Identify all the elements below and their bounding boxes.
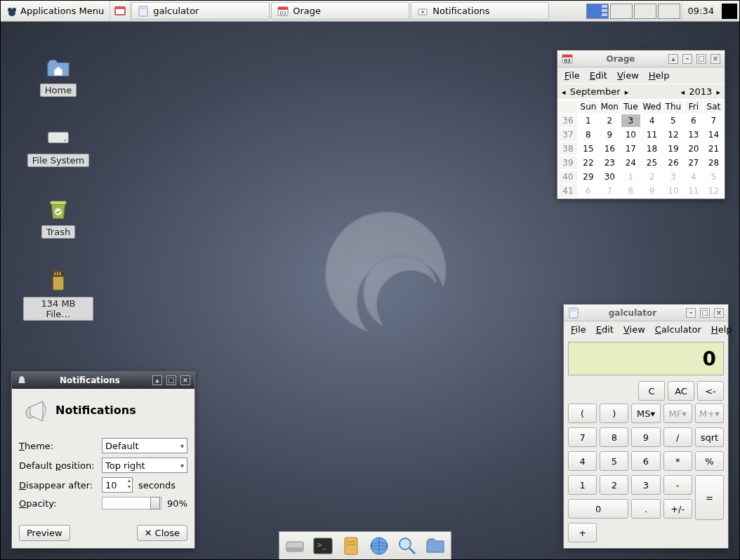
window-close-button[interactable]: ×: [180, 375, 190, 385]
cal-day[interactable]: 7: [704, 114, 723, 127]
show-desktop-button[interactable]: [110, 1, 131, 21]
cal-day[interactable]: 24: [621, 156, 640, 169]
galculator-titlebar[interactable]: galculator – □ ×: [564, 305, 728, 321]
dock-terminal[interactable]: >_: [312, 535, 334, 557]
cal-day[interactable]: 29: [579, 171, 598, 183]
cal-day[interactable]: 5: [704, 171, 723, 183]
cal-day[interactable]: 10: [663, 185, 683, 197]
desktop-icon-media[interactable]: 134 MB File…: [23, 267, 93, 321]
cal-day[interactable]: 19: [663, 142, 683, 155]
window-close-button[interactable]: ×: [714, 308, 724, 318]
cal-day[interactable]: 2: [600, 114, 620, 127]
cal-day[interactable]: 15: [579, 142, 598, 155]
window-shade-button[interactable]: ▴: [152, 375, 162, 385]
menu-view[interactable]: View: [613, 69, 643, 82]
desktop-icon-filesystem[interactable]: File System: [23, 124, 93, 167]
cal-day[interactable]: 12: [663, 128, 683, 141]
calc-backspace-button[interactable]: <-: [697, 381, 724, 401]
window-maximize-button[interactable]: □: [696, 54, 706, 64]
cal-day[interactable]: 5: [663, 114, 683, 127]
calc-key-2[interactable]: 2: [600, 475, 628, 495]
window-maximize-button[interactable]: □: [166, 375, 176, 385]
cal-day[interactable]: 2: [642, 171, 662, 183]
menu-file[interactable]: File: [567, 323, 590, 336]
cal-day[interactable]: 11: [685, 185, 703, 197]
cal-day[interactable]: 20: [685, 142, 703, 155]
calc-key-4[interactable]: 4: [568, 451, 597, 471]
dock-folder[interactable]: [424, 535, 447, 557]
calc-mplus-button[interactable]: M+▾: [695, 404, 724, 423]
desktop-icon-home[interactable]: Home: [23, 54, 93, 97]
dock-search[interactable]: [396, 535, 418, 557]
cal-day[interactable]: 3: [663, 171, 683, 183]
cal-day[interactable]: 23: [600, 156, 620, 169]
cal-day[interactable]: 22: [579, 156, 598, 169]
calc-lparen-button[interactable]: (: [568, 404, 597, 423]
window-minimize-button[interactable]: –: [686, 308, 696, 318]
cal-day[interactable]: 10: [621, 128, 640, 141]
calc-allclear-button[interactable]: AC: [668, 381, 694, 401]
calc-key-0[interactable]: 0: [568, 499, 628, 519]
applications-menu-button[interactable]: Applications Menu: [1, 1, 110, 21]
calc-key-9[interactable]: 9: [631, 427, 660, 447]
prev-year-button[interactable]: ◂: [680, 88, 687, 97]
menu-help[interactable]: Help: [645, 69, 674, 82]
cal-day[interactable]: 21: [704, 142, 723, 155]
calc-mf-button[interactable]: MF▾: [663, 404, 692, 423]
task-orage[interactable]: 03 Orage: [271, 2, 409, 20]
menu-edit[interactable]: Edit: [586, 69, 612, 82]
calc-clear-button[interactable]: C: [638, 381, 665, 401]
opacity-slider[interactable]: [102, 497, 161, 509]
cal-day[interactable]: 8: [579, 128, 598, 141]
menu-help[interactable]: Help: [707, 323, 736, 336]
cal-day[interactable]: 30: [600, 171, 620, 183]
calc-key-sign[interactable]: +/-: [663, 499, 692, 519]
close-button[interactable]: ✕ Close: [137, 525, 187, 541]
desktop-icon-trash[interactable]: Trash: [23, 196, 93, 239]
disappear-spinner[interactable]: 10: [102, 477, 133, 493]
theme-select[interactable]: Default: [102, 438, 187, 453]
task-notifications[interactable]: Notifications: [411, 2, 549, 20]
calc-key-eq[interactable]: =: [695, 475, 724, 520]
cal-day[interactable]: 1: [579, 114, 598, 127]
dock-web-browser[interactable]: [368, 535, 390, 557]
calc-key-dot[interactable]: .: [631, 499, 660, 519]
cal-day[interactable]: 6: [579, 185, 598, 197]
workspace-1[interactable]: [586, 4, 609, 19]
position-select[interactable]: Top right: [102, 458, 187, 473]
calc-key-add[interactable]: +: [568, 523, 597, 542]
preview-button[interactable]: Preview: [19, 525, 70, 541]
dock-notes[interactable]: [340, 535, 362, 557]
calc-ms-button[interactable]: MS▾: [631, 404, 660, 423]
menu-edit[interactable]: Edit: [592, 323, 618, 336]
cal-day[interactable]: 14: [704, 128, 723, 141]
calc-key-sqrt[interactable]: sqrt: [695, 427, 724, 447]
calc-key-3[interactable]: 3: [631, 475, 660, 495]
dock-file-manager[interactable]: [284, 535, 306, 557]
cal-day[interactable]: 7: [600, 185, 620, 197]
window-minimize-button[interactable]: –: [682, 54, 692, 64]
menu-view[interactable]: View: [619, 323, 649, 336]
calc-key-sub[interactable]: -: [663, 475, 692, 495]
cal-day[interactable]: 18: [642, 142, 662, 155]
menu-calculator[interactable]: Calculator: [651, 323, 706, 336]
calc-key-div[interactable]: /: [663, 427, 692, 447]
next-year-button[interactable]: ▸: [715, 88, 722, 97]
clock[interactable]: 09:34: [682, 1, 720, 21]
window-maximize-button[interactable]: □: [700, 308, 710, 318]
calc-key-5[interactable]: 5: [600, 451, 628, 471]
cal-day[interactable]: 16: [600, 142, 620, 155]
cal-day[interactable]: 11: [642, 128, 662, 141]
cal-day[interactable]: 12: [704, 185, 723, 197]
cal-day-today[interactable]: 3: [621, 114, 640, 127]
window-shade-button[interactable]: ▴: [668, 54, 678, 64]
next-month-button[interactable]: ▸: [623, 88, 630, 97]
cal-day[interactable]: 28: [704, 156, 723, 169]
calc-key-pct[interactable]: %: [695, 451, 724, 471]
cal-day[interactable]: 6: [685, 114, 703, 127]
workspace-2[interactable]: [610, 4, 633, 19]
calc-key-8[interactable]: 8: [600, 427, 628, 447]
cal-day[interactable]: 4: [642, 114, 662, 127]
cal-day[interactable]: 25: [642, 156, 662, 169]
task-galculator[interactable]: galculator: [131, 2, 270, 20]
